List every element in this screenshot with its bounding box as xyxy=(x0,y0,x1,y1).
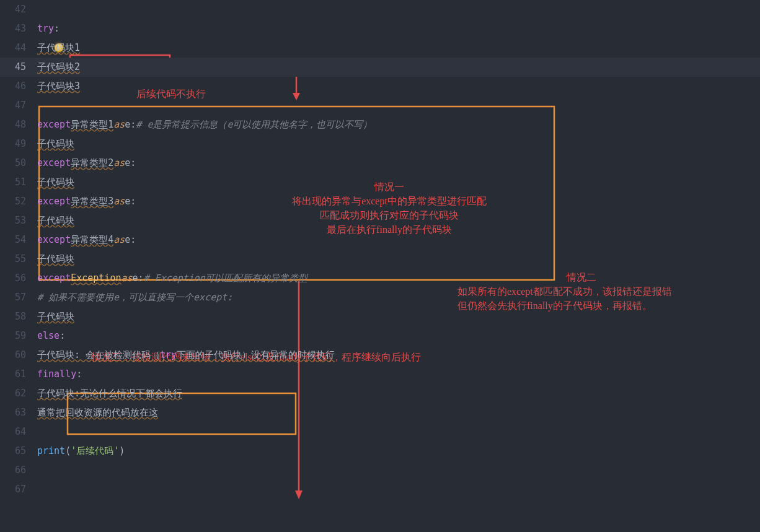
line-number: 67 xyxy=(0,480,37,499)
code-line[interactable]: try: xyxy=(37,19,760,38)
code-area[interactable]: 出现异常 后续代码不执行 情况一 将出现的异常与except中的异常类型进行匹配… xyxy=(37,0,760,532)
line-number: 65 xyxy=(0,442,37,461)
code-line[interactable]: 通常把回收资源的代码放在这 xyxy=(37,403,760,422)
fn-print: print xyxy=(37,442,65,461)
line-number: 51 xyxy=(0,173,37,192)
code-line[interactable]: 子代码块 xyxy=(37,211,760,230)
line-number: 48 xyxy=(0,115,37,134)
line-number: 42 xyxy=(0,0,37,19)
code-line[interactable] xyxy=(37,480,760,499)
line-number: 63 xyxy=(0,403,37,422)
exc-type4: 异常类型4 xyxy=(71,230,113,250)
line-number: 66 xyxy=(0,461,37,480)
finally-line1: 子代码块:无论什么情况下都会执行 xyxy=(37,384,182,403)
subblock: 子代码块 xyxy=(37,134,74,154)
line-number: 43 xyxy=(0,19,37,38)
exc-type1: 异常类型1 xyxy=(71,115,113,134)
code-line[interactable]: except 异常类型3 as e: xyxy=(37,192,760,211)
line-number: 50 xyxy=(0,154,37,173)
code-line[interactable]: except 异常类型4 as e: xyxy=(37,230,760,250)
exc-type2: 异常类型2 xyxy=(71,154,113,173)
code-line[interactable] xyxy=(37,461,760,480)
code-block3: 子代码块3 xyxy=(37,77,80,96)
code-line[interactable] xyxy=(37,96,760,115)
line-number: 58 xyxy=(0,307,37,326)
else-subblock: 子代码块: 会在被检测代码（ xyxy=(37,346,160,365)
line-number: 45 xyxy=(0,58,37,77)
code-line[interactable]: 子代码块3 xyxy=(37,77,760,96)
kw-try: try xyxy=(37,19,54,38)
code-line[interactable]: 子代码块 xyxy=(37,250,760,269)
line-number: 53 xyxy=(0,211,37,230)
line-number: 57 xyxy=(0,288,37,307)
line-number: 52 xyxy=(0,192,37,211)
code-line[interactable]: finally: xyxy=(37,365,760,384)
line-number: 64 xyxy=(0,422,37,442)
code-line[interactable]: # 如果不需要使用e，可以直接写一个except: xyxy=(37,288,760,307)
kw-finally: finally xyxy=(37,365,76,384)
line-number: 46 xyxy=(0,77,37,96)
code-editor[interactable]: 4243444546474849505152535455565758596061… xyxy=(0,0,760,532)
code-line[interactable] xyxy=(37,422,760,442)
code-line[interactable] xyxy=(37,0,760,19)
var-e: e xyxy=(125,115,130,134)
exc-type3: 异常类型3 xyxy=(71,192,113,211)
line-number: 56 xyxy=(0,269,37,288)
code-line[interactable]: 子代码块:无论什么情况下都会执行 xyxy=(37,384,760,403)
line-number: 61 xyxy=(0,365,37,384)
line-number: 62 xyxy=(0,384,37,403)
line-number: 54 xyxy=(0,230,37,250)
line-number: 60 xyxy=(0,346,37,365)
code-line[interactable]: 子代码块: 会在被检测代码（try下面的子代码块）没有异常的时候执行 xyxy=(37,346,760,365)
code-line[interactable]: 子代码块1 xyxy=(37,38,760,58)
code-line[interactable]: except Exception as e: # Exception可以匹配所有… xyxy=(37,269,760,288)
code-block1: 子代码块1 xyxy=(37,38,80,58)
finally-line2: 通常把回收资源的代码放在这 xyxy=(37,403,158,422)
code-line[interactable]: 子代码块 xyxy=(37,134,760,154)
kw-as: as xyxy=(113,115,125,134)
line-number-gutter: 4243444546474849505152535455565758596061… xyxy=(0,0,37,532)
code-line[interactable]: except 异常类型2 as e: xyxy=(37,154,760,173)
comment-noe: 如果不需要使用e，可以直接写一个except: xyxy=(43,292,232,303)
line-number: 55 xyxy=(0,250,37,269)
code-line[interactable]: except 异常类型1 as e: # e是异常提示信息（e可以使用其他名字，… xyxy=(37,115,760,134)
code-line[interactable]: 子代码块 xyxy=(37,307,760,326)
line-number: 49 xyxy=(0,134,37,154)
comment-e: e是异常提示信息（e可以使用其他名字，也可以不写） xyxy=(141,119,372,130)
print-arg: '后续代码' xyxy=(71,442,119,461)
code-block2: 子代码块2 xyxy=(37,58,80,77)
code-line[interactable]: print('后续代码') xyxy=(37,442,760,461)
kw-else: else xyxy=(37,326,60,346)
code-line[interactable]: else: xyxy=(37,326,760,346)
line-number: 44 xyxy=(0,38,37,58)
line-number: 59 xyxy=(0,326,37,346)
line-number: 47 xyxy=(0,96,37,115)
kw-except: except xyxy=(37,115,71,134)
exception-class: Exception xyxy=(71,269,121,288)
code-line[interactable]: 子代码块 xyxy=(37,173,760,192)
comment-exception: Exception可以匹配所有的异常类型 xyxy=(149,273,307,284)
code-line[interactable]: 子代码块2 xyxy=(37,58,760,77)
